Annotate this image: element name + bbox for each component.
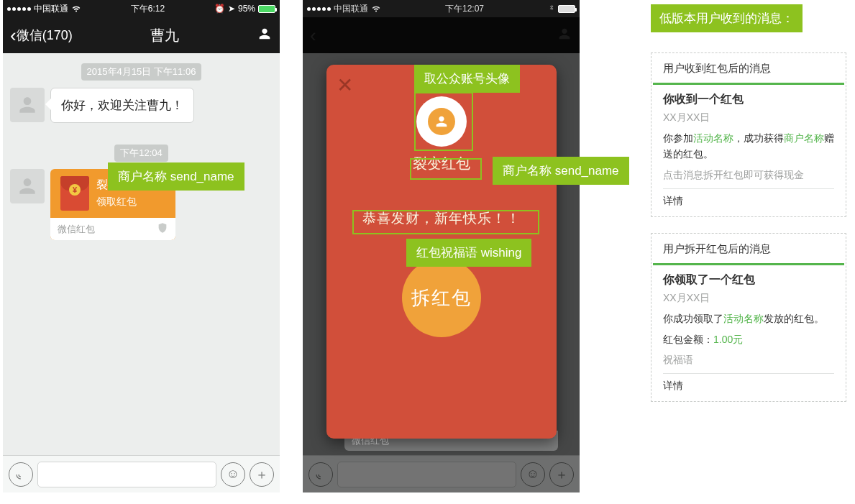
wifi-icon <box>371 3 381 15</box>
callout-avatar-label: 取公众账号头像 <box>414 65 520 93</box>
card-line: 你成功领取了活动名称发放的红包。 <box>663 311 834 326</box>
text: 你参加 <box>663 132 693 144</box>
avatar[interactable] <box>10 88 45 122</box>
voice-button[interactable] <box>308 462 333 487</box>
voice-button[interactable] <box>9 462 33 487</box>
input-bar: ☺ ＋ <box>303 455 580 492</box>
status-time: 下午6:12 <box>131 3 165 15</box>
card-title: 你领取了一个红包 <box>663 272 834 288</box>
card-date: XX月XX日 <box>663 111 834 124</box>
card-opened[interactable]: 用户拆开红包后的消息 你领取了一个红包 XX月XX日 你成功领取了活动名称发放的… <box>651 233 846 402</box>
red-envelope-icon <box>60 176 89 211</box>
bluetooth-icon <box>548 3 555 15</box>
nav-bar: ‹ 微信(170) 曹九 <box>3 17 280 53</box>
legacy-messages-column: 低版本用户收到的消息： 用户收到红包后的消息 你收到一个红包 XX月XX日 你参… <box>651 4 846 418</box>
status-bar: 中国联通 下午12:07 <box>303 0 580 17</box>
card-head: 用户收到红包后的消息 <box>653 55 844 85</box>
text-message[interactable]: 你好，欢迎关注曹九！ <box>50 88 194 123</box>
location-icon: ➤ <box>228 4 235 14</box>
activity-name: 活动名称 <box>723 313 764 324</box>
back-label: 微信(170) <box>17 27 73 44</box>
battery-icon <box>558 5 575 13</box>
card-hint: 点击消息拆开红包即可获得现金 <box>663 167 834 183</box>
card-title: 你收到一个红包 <box>663 92 834 107</box>
wish-line: 祝福语 <box>663 352 834 367</box>
wifi-icon <box>71 3 81 15</box>
message-input[interactable] <box>337 462 516 487</box>
battery-icon <box>258 5 275 13</box>
activity-name: 活动名称 <box>693 132 733 144</box>
status-time: 下午12:07 <box>445 3 484 15</box>
alarm-icon: ⏰ <box>214 4 225 14</box>
merchant-avatar <box>416 96 467 147</box>
card-head: 用户拆开红包后的消息 <box>653 235 844 265</box>
shield-icon <box>157 222 168 236</box>
callout-merchant-label: 商户名称 send_name <box>493 157 629 185</box>
wish-message: 恭喜发财，新年快乐！！ <box>326 209 557 228</box>
battery-pct: 95% <box>238 4 255 14</box>
carrier-label: 中国联通 <box>334 3 368 15</box>
callout-wish-label: 红包祝福语 wishing <box>406 239 531 267</box>
timestamp: 2015年4月15日 下午11:06 <box>81 63 202 81</box>
details-link[interactable]: 详情 <box>663 373 834 393</box>
text: ，成功获得 <box>733 132 784 144</box>
legacy-header: 低版本用户收到的消息： <box>651 4 803 32</box>
chat-area: 2015年4月15日 下午11:06 你好，欢迎关注曹九！ 下午12:04 裂变… <box>3 53 280 455</box>
profile-button[interactable] <box>257 26 273 45</box>
timestamp: 下午12:04 <box>114 145 168 162</box>
details-link[interactable]: 详情 <box>663 188 834 208</box>
red-packet-footer: 微信红包 <box>58 223 95 236</box>
amount-line: 红包金额：1.00元 <box>663 331 834 347</box>
emoji-button[interactable]: ☺ <box>521 462 545 487</box>
carrier-label: 中国联通 <box>34 3 68 15</box>
back-button[interactable]: ‹ 微信(170) <box>10 24 73 47</box>
close-button[interactable]: ✕ <box>337 73 353 97</box>
text: 发放的红包。 <box>764 313 824 324</box>
card-date: XX月XX日 <box>663 292 834 305</box>
red-packet-subtitle: 领取红包 <box>96 196 165 209</box>
message-input[interactable] <box>37 462 216 487</box>
text: 你成功领取了 <box>663 313 723 324</box>
card-line: 你参加活动名称，成功获得商户名称赠送的红包。 <box>663 130 834 162</box>
chat-title: 曹九 <box>150 26 179 45</box>
amount-value: 1.00元 <box>713 334 743 345</box>
message-row: 你好，欢迎关注曹九！ <box>10 88 273 123</box>
emoji-button[interactable]: ☺ <box>221 462 245 487</box>
phone-chat-screen: 中国联通 下午6:12 ⏰ ➤ 95% ‹ 微信(170) 曹九 2015年4月… <box>3 0 280 492</box>
input-bar: ☺ ＋ <box>3 455 280 492</box>
amount-label: 红包金额： <box>663 334 713 345</box>
signal-icon <box>7 7 31 11</box>
add-button[interactable]: ＋ <box>549 462 574 487</box>
signal-icon <box>307 7 331 11</box>
avatar[interactable] <box>10 169 45 203</box>
card-received[interactable]: 用户收到红包后的消息 你收到一个红包 XX月XX日 你参加活动名称，成功获得商户… <box>651 52 846 217</box>
open-redpacket-button[interactable]: 拆红包 <box>402 258 481 337</box>
add-button[interactable]: ＋ <box>250 462 274 487</box>
callout-merchant-label: 商户名称 send_name <box>108 162 244 191</box>
merchant-name: 商户名称 <box>784 132 824 144</box>
status-bar: 中国联通 下午6:12 ⏰ ➤ 95% <box>3 0 280 17</box>
